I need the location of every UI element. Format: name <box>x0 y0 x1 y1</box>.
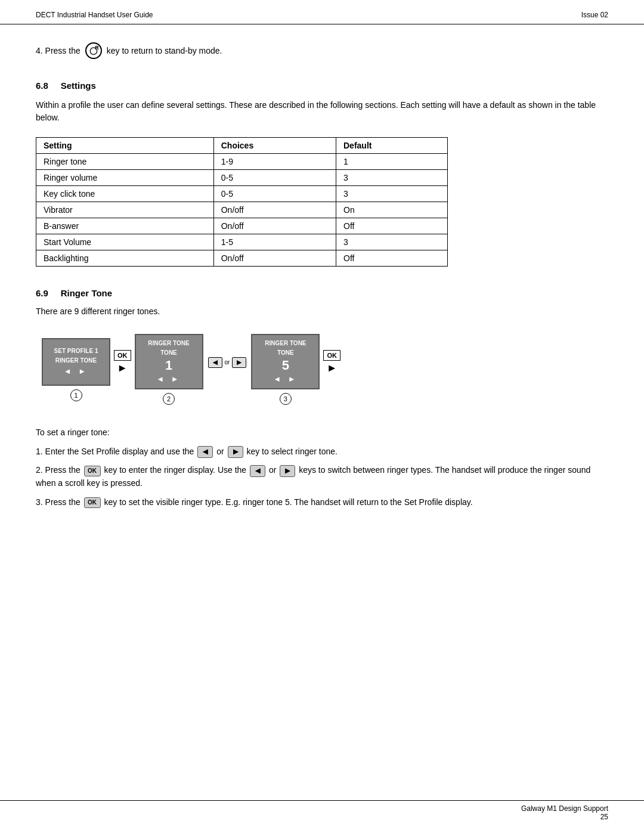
page-footer: Galway M1 Design Support 25 <box>0 800 644 821</box>
right-scroll-key-icon: ▶ <box>228 446 243 458</box>
table-cell: 0-5 <box>213 186 336 202</box>
table-cell: Key click tone <box>36 186 214 202</box>
left-scroll-key-icon: ◀ <box>197 446 213 458</box>
table-row: Key click tone0-53 <box>36 186 448 202</box>
table-cell: B-answer <box>36 218 214 234</box>
instructions: To set a ringer tone: 1. Enter the Set P… <box>36 426 608 509</box>
table-row: Ringer volume0-53 <box>36 170 448 186</box>
step2-arrows: ◄ ► <box>156 374 181 383</box>
arrow-right-1: ► <box>117 362 128 374</box>
step4-line: 4. Press the R ◯ key to return to stand-… <box>36 42 608 59</box>
diagram: SET PROFILE 1 RINGER TONE ◄ ► 1 OK ► RIN… <box>36 334 608 405</box>
table-row: Ringer tone1-91 <box>36 154 448 170</box>
footer-company: Galway M1 Design Support <box>521 804 608 813</box>
ok-after-3: OK ► <box>320 350 344 374</box>
table-cell: Ringer tone <box>36 154 214 170</box>
diagram-step2: RINGER TONE TONE 1 ◄ ► 2 <box>135 334 203 405</box>
section-69-heading: 6.9 Ringer Tone <box>36 288 608 298</box>
screen-step2: RINGER TONE TONE 1 ◄ ► <box>135 334 203 389</box>
table-cell: 0-5 <box>213 170 336 186</box>
table-cell: 3 <box>336 170 448 186</box>
step4-text-before: 4. Press the <box>36 46 80 55</box>
step3-circle: 3 <box>280 393 292 405</box>
page-header: DECT Industrial Handset User Guide Issue… <box>0 0 644 24</box>
table-cell: Off <box>336 250 448 267</box>
step3-label1: RINGER TONE <box>265 340 306 347</box>
step1-label2: RINGER TONE <box>55 357 97 364</box>
instruction-step3: 3. Press the OK key to set the visible r… <box>36 496 608 509</box>
ok-box-2: OK <box>323 350 340 361</box>
section-68-heading: 6.8 Settings <box>36 80 608 91</box>
ok-key-icon-2: OK <box>84 497 101 508</box>
section-69: 6.9 Ringer Tone There are 9 different ri… <box>36 288 608 509</box>
table-row: BacklightingOn/offOff <box>36 250 448 267</box>
section-68-intro: Within a profile the user can define sev… <box>36 99 608 124</box>
table-cell: Off <box>336 218 448 234</box>
or-arrow-group: ◀ or ▶ <box>207 357 248 368</box>
table-header-row: Setting Choices Default <box>36 138 448 154</box>
table-cell: On/off <box>213 218 336 234</box>
table-cell: On/off <box>213 202 336 218</box>
step1-circle: 1 <box>70 389 82 401</box>
step4-text-after: key to return to stand-by mode. <box>107 46 222 55</box>
header-right: Issue 02 <box>581 11 608 19</box>
main-content: 4. Press the R ◯ key to return to stand-… <box>0 24 644 562</box>
right-arrow-key: ▶ <box>232 357 246 368</box>
left-arrow-key: ◀ <box>208 357 222 368</box>
section-69-number: 6.9 <box>36 288 48 298</box>
diagram-step1: SET PROFILE 1 RINGER TONE ◄ ► 1 <box>42 338 110 401</box>
screen-step1: SET PROFILE 1 RINGER TONE ◄ ► <box>42 338 110 386</box>
step1-label1: SET PROFILE 1 <box>54 348 98 355</box>
table-cell: 3 <box>336 186 448 202</box>
settings-table: Setting Choices Default Ringer tone1-91R… <box>36 137 448 267</box>
section-68-title: Settings <box>61 80 96 91</box>
col-default: Default <box>336 138 448 154</box>
arrow-right-2: ► <box>327 362 338 374</box>
col-setting: Setting <box>36 138 214 154</box>
step3-label2: TONE <box>277 349 294 357</box>
step2-label1: RINGER TONE <box>148 340 189 347</box>
table-cell: 1-9 <box>213 154 336 170</box>
instruction-step2: 2. Press the OK key to enter the ringer … <box>36 464 608 490</box>
ok-key-icon-1: OK <box>84 466 101 476</box>
diagram-step3: RINGER TONE TONE 5 ◄ ► 3 <box>251 334 320 405</box>
table-cell: On <box>336 202 448 218</box>
section-69-title: Ringer Tone <box>61 288 112 298</box>
table-cell: 1-5 <box>213 234 336 250</box>
step1-arrows: ◄ ► <box>64 367 88 376</box>
step2-value: 1 <box>165 359 172 372</box>
col-choices: Choices <box>213 138 336 154</box>
r-key-icon: R ◯ <box>85 42 102 59</box>
step2-label2: TONE <box>160 349 177 357</box>
footer-page: 25 <box>521 813 608 821</box>
table-row: VibratorOn/offOn <box>36 202 448 218</box>
or-label: or <box>225 359 230 366</box>
table-row: Start Volume1-53 <box>36 234 448 250</box>
footer-right: Galway M1 Design Support 25 <box>521 804 608 821</box>
table-cell: Start Volume <box>36 234 214 250</box>
step3-arrows: ◄ ► <box>273 374 298 383</box>
table-cell: Ringer volume <box>36 170 214 186</box>
screen-step3: RINGER TONE TONE 5 ◄ ► <box>251 334 320 389</box>
table-cell: Vibrator <box>36 202 214 218</box>
page-container: DECT Industrial Handset User Guide Issue… <box>0 0 644 833</box>
instructions-intro: To set a ringer tone: <box>36 426 608 439</box>
section-69-intro: There are 9 different ringer tones. <box>36 306 608 316</box>
step2-circle: 2 <box>163 393 175 405</box>
section-68: 6.8 Settings Within a profile the user c… <box>36 80 608 267</box>
table-cell: 3 <box>336 234 448 250</box>
table-cell: On/off <box>213 250 336 267</box>
table-cell: 1 <box>336 154 448 170</box>
ok-box-1: OK <box>114 350 131 361</box>
ok-between-1-2: OK ► <box>110 350 135 374</box>
instruction-step1: 1. Enter the Set Profile display and use… <box>36 445 608 459</box>
left-scroll-key-icon-2: ◀ <box>250 465 265 477</box>
section-68-number: 6.8 <box>36 80 48 91</box>
step3-value: 5 <box>282 359 289 372</box>
right-scroll-key-icon-2: ▶ <box>280 465 295 477</box>
header-left: DECT Industrial Handset User Guide <box>36 11 153 19</box>
table-row: B-answerOn/offOff <box>36 218 448 234</box>
table-cell: Backlighting <box>36 250 214 267</box>
